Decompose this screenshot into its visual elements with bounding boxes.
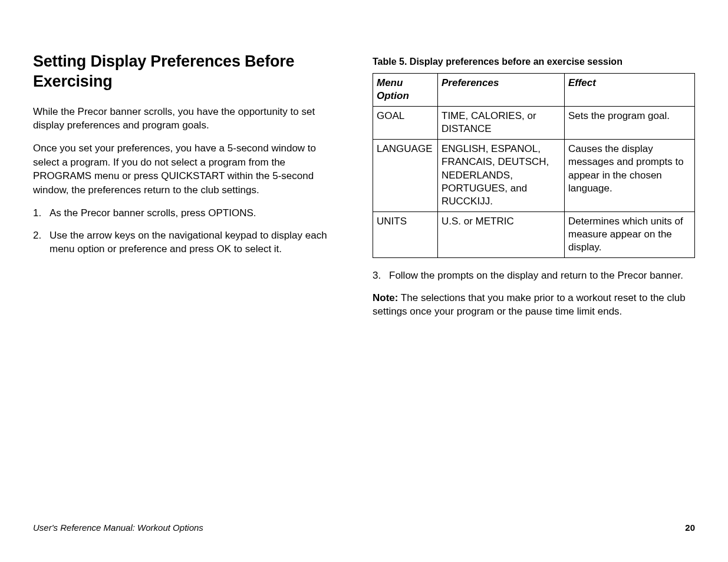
two-column-layout: Setting Display Preferences Before Exerc… xyxy=(33,52,695,328)
cell-effect: Causes the display messages and prompts … xyxy=(565,140,695,211)
footer-title: User's Reference Manual: Workout Options xyxy=(33,523,203,533)
left-column: Setting Display Preferences Before Exerc… xyxy=(33,52,340,328)
table-header-row: Menu Option Preferences Effect xyxy=(373,74,695,107)
table-caption: Table 5. Display preferences before an e… xyxy=(373,57,695,67)
footer-page-number: 20 xyxy=(685,523,695,533)
note-text: The selections that you make prior to a … xyxy=(373,292,686,317)
intro-paragraph-1: While the Precor banner scrolls, you hav… xyxy=(33,105,340,133)
th-menu-option: Menu Option xyxy=(373,74,438,107)
page: Setting Display Preferences Before Exerc… xyxy=(0,0,728,562)
cell-effect: Sets the program goal. xyxy=(565,107,695,140)
step-3: Follow the prompts on the display and re… xyxy=(373,269,695,282)
step-2: Use the arrow keys on the navigational k… xyxy=(33,229,340,256)
cell-menu: LANGUAGE xyxy=(373,140,438,211)
note-label: Note: xyxy=(373,292,398,303)
steps-list-right: Follow the prompts on the display and re… xyxy=(373,269,695,282)
th-effect: Effect xyxy=(565,74,695,107)
section-heading: Setting Display Preferences Before Exerc… xyxy=(33,52,340,92)
cell-effect: Determines which units of measure appear… xyxy=(565,211,695,257)
table-row: UNITS U.S. or METRIC Determines which un… xyxy=(373,211,695,257)
cell-menu: GOAL xyxy=(373,107,438,140)
note-paragraph: Note: The selections that you make prior… xyxy=(373,291,695,319)
cell-pref: ENGLISH, ESPANOL, FRANCAIS, DEUTSCH, NED… xyxy=(438,140,565,211)
intro-paragraph-2: Once you set your preferences, you have … xyxy=(33,141,340,197)
th-preferences: Preferences xyxy=(438,74,565,107)
steps-list-left: As the Precor banner scrolls, press OPTI… xyxy=(33,206,340,256)
cell-pref: U.S. or METRIC xyxy=(438,211,565,257)
table-row: LANGUAGE ENGLISH, ESPANOL, FRANCAIS, DEU… xyxy=(373,140,695,211)
table-row: GOAL TIME, CALORIES, or DISTANCE Sets th… xyxy=(373,107,695,140)
cell-pref: TIME, CALORIES, or DISTANCE xyxy=(438,107,565,140)
page-footer: User's Reference Manual: Workout Options… xyxy=(33,523,695,533)
cell-menu: UNITS xyxy=(373,211,438,257)
right-column: Table 5. Display preferences before an e… xyxy=(373,52,695,328)
step-1: As the Precor banner scrolls, press OPTI… xyxy=(33,206,340,220)
preferences-table: Menu Option Preferences Effect GOAL TIME… xyxy=(373,73,695,258)
